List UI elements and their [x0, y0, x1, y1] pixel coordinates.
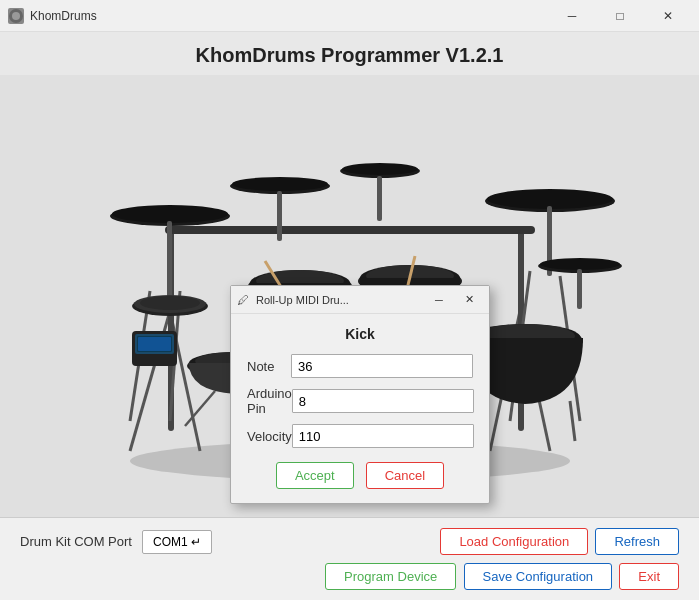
modal-close-button[interactable]: ✕ — [455, 289, 483, 311]
note-row: Note — [247, 354, 473, 378]
modal-title: Roll-Up MIDI Dru... — [256, 294, 425, 306]
modal-title-bar: 🖊 Roll-Up MIDI Dru... ─ ✕ — [231, 286, 489, 314]
arduino-pin-label: Arduino Pin — [247, 386, 292, 416]
velocity-input[interactable] — [292, 424, 474, 448]
arduino-pin-row: Arduino Pin — [247, 386, 473, 416]
modal-dialog: 🖊 Roll-Up MIDI Dru... ─ ✕ Kick Note — [230, 285, 490, 504]
close-button[interactable]: ✕ — [645, 1, 691, 31]
save-config-button[interactable]: Save Configuration — [464, 563, 613, 590]
note-input[interactable] — [291, 354, 473, 378]
modal-content: Kick Note Arduino Pin Velocity A — [231, 314, 489, 503]
title-bar: KhomDrums ─ □ ✕ — [0, 0, 699, 32]
modal-title-buttons: ─ ✕ — [425, 289, 483, 311]
com-port-button[interactable]: COM1 ↵ — [142, 530, 212, 554]
refresh-button[interactable]: Refresh — [595, 528, 679, 555]
bottom-controls: Drum Kit COM Port COM1 ↵ Load Configurat… — [0, 517, 699, 600]
svg-point-1 — [12, 12, 20, 20]
velocity-row: Velocity — [247, 424, 473, 448]
app-title: KhomDrums Programmer V1.2.1 — [0, 32, 699, 75]
program-device-button[interactable]: Program Device — [325, 563, 456, 590]
load-config-button[interactable]: Load Configuration — [440, 528, 588, 555]
com-port-label: Drum Kit COM Port — [20, 534, 132, 549]
drum-kit-area: 🖊 Roll-Up MIDI Dru... ─ ✕ Kick Note — [0, 75, 699, 517]
modal-overlay: 🖊 Roll-Up MIDI Dru... ─ ✕ Kick Note — [0, 75, 699, 517]
controls-row-2: Program Device Save Configuration Exit — [20, 563, 679, 590]
arduino-pin-input[interactable] — [292, 389, 474, 413]
modal-buttons: Accept Cancel — [247, 462, 473, 489]
controls-row-1: Drum Kit COM Port COM1 ↵ Load Configurat… — [20, 528, 679, 555]
exit-button[interactable]: Exit — [619, 563, 679, 590]
maximize-button[interactable]: □ — [597, 1, 643, 31]
modal-icon: 🖊 — [237, 293, 251, 307]
velocity-label: Velocity — [247, 429, 292, 444]
accept-button[interactable]: Accept — [276, 462, 354, 489]
cancel-button[interactable]: Cancel — [366, 462, 444, 489]
main-area: KhomDrums Programmer V1.2.1 — [0, 32, 699, 600]
window-controls: ─ □ ✕ — [549, 1, 691, 31]
app-icon — [8, 8, 24, 24]
note-label: Note — [247, 359, 291, 374]
modal-heading: Kick — [247, 326, 473, 342]
window-title: KhomDrums — [30, 9, 549, 23]
minimize-button[interactable]: ─ — [549, 1, 595, 31]
modal-minimize-button[interactable]: ─ — [425, 289, 453, 311]
